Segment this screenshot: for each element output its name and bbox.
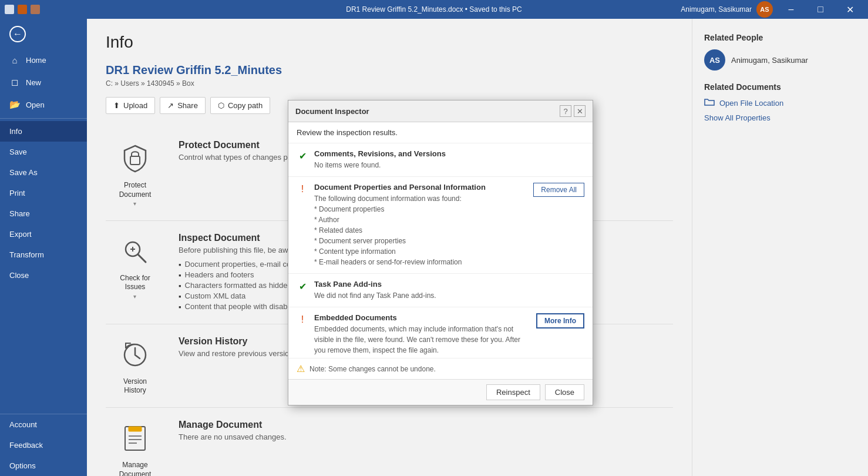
note-warning-icon: ⚠ (297, 363, 305, 374)
svg-rect-7 (129, 427, 142, 431)
document-inspector-dialog[interactable]: Document Inspector ? ✕ Review the inspec… (288, 100, 593, 405)
manage-section: ManageDocument▾ Manage Document There ar… (106, 408, 673, 476)
more-info-btn[interactable]: More Info (536, 313, 584, 328)
inspection-title-comments: Comments, Revisions, and Versions (314, 149, 584, 158)
dialog-footer: Reinspect Close (288, 379, 593, 405)
sidebar-item-home-label: Home (26, 56, 46, 65)
share-btn[interactable]: ↗ Share (160, 97, 206, 114)
warn-icon-embedded: ! (297, 314, 308, 326)
sidebar-item-share[interactable]: Share (0, 203, 87, 224)
dialog-note: ⚠ Note: Some changes cannot be undone. (288, 358, 593, 379)
svg-rect-0 (130, 156, 140, 165)
version-icon[interactable] (116, 336, 154, 374)
minimize-btn[interactable]: – (778, 0, 805, 19)
inspect-icon[interactable] (116, 233, 154, 270)
protect-label: ProtectDocument▾ (119, 181, 152, 209)
protect-icon[interactable] (116, 140, 154, 177)
maximize-btn[interactable]: □ (807, 0, 834, 19)
inspection-title-docprops: Document Properties and Personal Informa… (314, 183, 527, 192)
sidebar-item-save[interactable]: Save (0, 142, 87, 162)
sidebar-item-export[interactable]: Export (0, 224, 87, 244)
dialog-controls: ? ✕ (560, 105, 586, 117)
sidebar-item-saveas[interactable]: Save As (0, 162, 87, 183)
sidebar-item-feedback-label: Feedback (9, 441, 43, 450)
sidebar-item-transform-label: Transform (9, 250, 44, 259)
open-file-location-label: Open File Location (719, 99, 783, 108)
manage-desc: There are no unsaved changes. (179, 433, 673, 441)
dialog-close-footer-btn[interactable]: Close (545, 384, 584, 400)
dialog-body: ✔ Comments, Revisions, and Versions No i… (288, 143, 593, 358)
sidebar-item-save-label: Save (9, 148, 27, 156)
inspection-item-docprops: ! Document Properties and Personal Infor… (288, 177, 593, 274)
user-avatar[interactable]: AS (756, 1, 773, 18)
show-all-properties-link[interactable]: Show All Properties (704, 113, 856, 122)
inspection-action-embedded: More Info (536, 313, 584, 328)
doc-heading: DR1 Review Griffin 5.2_Minutes (106, 63, 673, 77)
inspection-title-embedded: Embedded Documents (314, 313, 530, 322)
inspection-title-taskpane: Task Pane Add-ins (314, 280, 584, 289)
sidebar-item-saveas-label: Save As (9, 168, 38, 177)
share-label: Share (177, 101, 198, 110)
new-icon: ◻ (9, 77, 20, 88)
sidebar-item-home[interactable]: ⌂ Home (0, 49, 87, 71)
inspection-content-taskpane: Task Pane Add-ins We did not find any Ta… (314, 280, 584, 301)
upload-btn[interactable]: ⬆ Upload (106, 97, 155, 114)
username-label: Animugam, Sasikumar (681, 5, 752, 14)
sidebar: ← ⌂ Home ◻ New 📂 Open Info Save S (0, 19, 87, 476)
manage-content: Manage Document There are no unsaved cha… (179, 420, 673, 476)
sidebar-back-btn[interactable]: ← (0, 19, 87, 49)
related-people-title: Related People (704, 33, 856, 42)
sidebar-item-share-label: Share (9, 209, 30, 218)
sidebar-item-export-label: Export (9, 230, 32, 239)
open-file-location-link[interactable]: Open File Location (704, 98, 856, 109)
dialog-close-btn[interactable]: ✕ (574, 105, 586, 117)
inspection-item-embedded: ! Embedded Documents Embedded documents,… (288, 307, 593, 358)
inspection-content-comments: Comments, Revisions, and Versions No ite… (314, 149, 584, 170)
sidebar-item-options[interactable]: Options (0, 455, 87, 476)
upload-label: Upload (123, 101, 147, 110)
inspect-icon-area: Check forIssues▾ (106, 233, 164, 312)
author-avatar: AS (704, 49, 725, 71)
related-docs-title: Related Documents (704, 82, 856, 92)
copy-path-icon: ⬡ (218, 101, 224, 110)
inspection-action-docprops: Remove All (533, 183, 584, 197)
version-icon-area: VersionHistory (106, 336, 164, 395)
inspection-item-taskpane: ✔ Task Pane Add-ins We did not find any … (288, 274, 593, 307)
manage-label: ManageDocument▾ (119, 461, 152, 476)
reinspect-btn[interactable]: Reinspect (486, 384, 540, 400)
remove-all-btn[interactable]: Remove All (533, 183, 584, 197)
sidebar-divider (0, 118, 87, 119)
sidebar-item-new[interactable]: ◻ New (0, 71, 87, 93)
sidebar-item-feedback[interactable]: Feedback (0, 435, 87, 455)
sidebar-item-options-label: Options (9, 461, 36, 470)
manage-icon[interactable] (116, 420, 154, 457)
copy-path-btn[interactable]: ⬡ Copy path (210, 97, 270, 114)
open-icon: 📂 (9, 99, 20, 110)
dialog-help-btn[interactable]: ? (560, 105, 571, 117)
inspect-label: Check forIssues▾ (120, 274, 150, 301)
sidebar-bottom: Account Feedback Options (0, 414, 87, 476)
sidebar-item-open[interactable]: 📂 Open (0, 93, 87, 116)
title-bar: DR1 Review Griffin 5.2_Minutes.docx • Sa… (0, 0, 868, 19)
manage-heading: Manage Document (179, 420, 673, 430)
svg-line-2 (138, 254, 146, 262)
sidebar-item-account-label: Account (9, 420, 37, 429)
home-icon: ⌂ (9, 55, 20, 65)
close-window-btn[interactable]: ✕ (836, 0, 863, 19)
sidebar-item-info[interactable]: Info (0, 121, 87, 142)
sidebar-item-open-label: Open (26, 100, 45, 109)
sidebar-item-close-label: Close (9, 271, 29, 280)
sidebar-item-close[interactable]: Close (0, 265, 87, 286)
sidebar-item-print[interactable]: Print (0, 183, 87, 203)
doc-title-bar: DR1 Review Griffin 5.2_Minutes.docx • Sa… (346, 5, 522, 14)
sidebar-item-transform[interactable]: Transform (0, 244, 87, 265)
sidebar-item-account[interactable]: Account (0, 414, 87, 435)
inspection-content-docprops: Document Properties and Personal Informa… (314, 183, 527, 267)
inspection-desc-docprops: The following document information was f… (314, 193, 527, 267)
sidebar-item-info-label: Info (9, 127, 22, 136)
sidebar-item-print-label: Print (9, 189, 25, 197)
ok-icon-taskpane: ✔ (297, 280, 308, 292)
sidebar-nav: ⌂ Home ◻ New 📂 Open Info Save Save As (0, 49, 87, 414)
dialog-title: Document Inspector (295, 107, 369, 116)
upload-icon: ⬆ (113, 101, 120, 110)
